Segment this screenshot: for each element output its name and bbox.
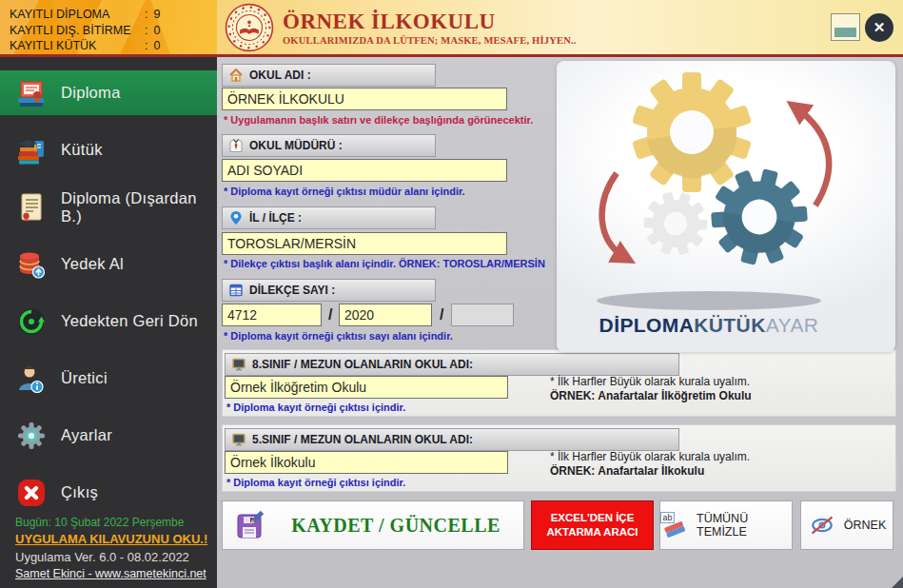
- okul-adi-label-bar: OKUL ADI :: [222, 64, 436, 87]
- stat-value: 9: [153, 7, 160, 23]
- app-version: Uygulama Ver. 6.0 - 08.02.2022: [15, 550, 213, 564]
- sinif5-note-rule: * İlk Harfler Büyük olarak kurala uyalım…: [550, 450, 750, 463]
- top-bar: KAYITLI DİPLOMA : 9 KAYITLI DIŞ. BİTİRME…: [0, 0, 903, 57]
- dilekce-year-input[interactable]: [339, 304, 432, 326]
- close-icon: ✕: [874, 19, 886, 36]
- stat-value: 0: [153, 38, 160, 54]
- manual-link[interactable]: UYGULAMA KILAVUZUNU OKU.!: [15, 532, 213, 546]
- okul-adi-helper: * Uygulamanın başlık satırı ve dilekçe b…: [224, 114, 533, 126]
- close-button[interactable]: ✕: [865, 13, 893, 42]
- sidebar-footer: Bugün: 10 Şubat 2022 Perşembe UYGULAMA K…: [15, 516, 213, 580]
- sidebar-menu: Diploma Kütük: [0, 57, 217, 515]
- excel-import-button[interactable]: EXCEL'DEN İÇE AKTARMA ARACI: [531, 500, 654, 550]
- page-subtitle: OKULLARIMIZDA DA LÜTFEN; MASKE, MESAFE, …: [283, 35, 577, 46]
- excel-button-line2: AKTARMA ARACI: [546, 525, 638, 539]
- dilekce-extra-input: [451, 304, 514, 326]
- dilekce-sayi-label: DİLEKÇE SAYI :: [249, 284, 335, 297]
- necktie-icon: [228, 138, 244, 153]
- kutuk-icon: [15, 134, 48, 167]
- sample-button-label: ÖRNEK: [844, 519, 886, 532]
- sidebar-item-yedek-al[interactable]: Yedek Al: [0, 242, 217, 286]
- sidebar-item-label: Diploma: [61, 84, 121, 102]
- save-button-label: KAYDET / GÜNCELLE: [268, 515, 523, 537]
- meb-seal-logo: [225, 3, 274, 52]
- sidebar-item-kutuk[interactable]: Kütük: [0, 127, 217, 172]
- sinif8-note-rule: * İlk Harfler Büyük olarak kurala uyalım…: [550, 375, 750, 388]
- sinif8-label: 8.SINIF / MEZUN OLANLARIN OKUL ADI:: [252, 358, 473, 371]
- minimize-icon: [834, 28, 856, 37]
- sinif5-label: 5.SINIF / MEZUN OLANLARIN OKUL ADI:: [252, 433, 473, 446]
- sidebar-item-diploma-disardan[interactable]: Diploma (Dışardan B.): [0, 185, 217, 229]
- save-button[interactable]: KAYDET / GÜNCELLE: [222, 500, 524, 550]
- header: ÖRNEK İLKOKULU OKULLARIMIZDA DA LÜTFEN; …: [217, 0, 903, 57]
- sample-button[interactable]: ÖRNEK: [800, 500, 893, 550]
- sidebar-item-label: Üretici: [61, 369, 108, 387]
- sidebar-item-cikis[interactable]: Çıkış: [0, 470, 217, 515]
- sinif5-helper: * Diploma kayıt örneği çıktısı içindir.: [226, 477, 405, 488]
- wordmark-kutuk: KÜTÜK: [694, 314, 766, 336]
- sidebar-item-ayarlar[interactable]: Ayarlar: [0, 413, 217, 458]
- table-icon: [228, 283, 244, 298]
- header-title-block: ÖRNEK İLKOKULU OKULLARIMIZDA DA LÜTFEN; …: [283, 10, 577, 46]
- sidebar-item-yedekten-geri-don[interactable]: Yedekten Geri Dön: [0, 299, 217, 343]
- stat-row-diploma: KAYITLI DİPLOMA : 9: [10, 7, 207, 23]
- slash-separator: /: [328, 306, 332, 323]
- record-stats-box: KAYITLI DİPLOMA : 9 KAYITLI DIŞ. BİTİRME…: [0, 0, 217, 57]
- okul-muduru-input[interactable]: [222, 159, 507, 182]
- sinif5-label-bar: 5.SINIF / MEZUN OLANLARIN OKUL ADI:: [225, 428, 679, 451]
- sidebar-item-label: Ayarlar: [61, 426, 112, 444]
- stat-separator: :: [145, 7, 147, 23]
- eraser-icon: ab: [660, 512, 689, 539]
- main-content: OKUL ADI : * Uygulamanın başlık satırı v…: [217, 57, 903, 588]
- sinif5-panel: 5.SINIF / MEZUN OLANLARIN OKUL ADI: * Di…: [222, 424, 896, 492]
- person-info-icon: [15, 363, 48, 395]
- wordmark-ayar: AYAR: [766, 314, 819, 336]
- il-ilce-label-bar: İL / İLÇE :: [222, 206, 436, 229]
- gear-icon: [15, 420, 48, 452]
- okul-adi-input[interactable]: [222, 88, 507, 110]
- sidebar-item-diploma[interactable]: Diploma: [0, 70, 217, 115]
- dilekce-sayi-helper: * Diploma kayıt örneği çıktısı sayı alan…: [224, 330, 453, 342]
- stat-row-dis-bitirme: KAYITLI DIŞ. BİTİRME : 0: [10, 23, 207, 39]
- il-ilce-label: İL / İLÇE :: [249, 211, 302, 225]
- today-date: Bugün: 10 Şubat 2022 Perşembe: [15, 516, 213, 529]
- sinif8-panel: 8.SINIF / MEZUN OLANLARIN OKUL ADI: * Di…: [222, 349, 896, 417]
- database-backup-icon: [15, 248, 48, 281]
- il-ilce-input[interactable]: [222, 232, 507, 255]
- clear-all-button[interactable]: ab TÜMÜNÜ TEMİZLE: [659, 500, 793, 550]
- sinif8-label-bar: 8.SINIF / MEZUN OLANLARIN OKUL ADI:: [225, 353, 679, 376]
- stat-label: KAYITLI DIŞ. BİTİRME: [10, 23, 145, 39]
- resize-grip[interactable]: [892, 577, 903, 588]
- okul-muduru-label: OKUL MÜDÜRÜ :: [249, 139, 343, 152]
- sidebar-item-label: Diploma (Dışardan B.): [61, 189, 217, 225]
- sidebar-item-label: Yedek Al: [61, 255, 124, 273]
- house-icon: [228, 68, 244, 83]
- app-window: KAYITLI DİPLOMA : 9 KAYITLI DIŞ. BİTİRME…: [0, 0, 903, 588]
- sinif8-input[interactable]: [225, 376, 508, 399]
- author-link[interactable]: Samet Ekinci - www.sametekinci.net: [15, 567, 213, 580]
- sinif8-note-example: ÖRNEK: Anafartalar İlköğretim Okulu: [550, 389, 752, 402]
- stat-separator: :: [145, 23, 147, 39]
- sidebar: Diploma Kütük: [0, 57, 217, 588]
- stat-label: KAYITLI KÜTÜK: [10, 38, 145, 54]
- dilekce-no-input[interactable]: [222, 304, 322, 326]
- okul-adi-label: OKUL ADI :: [249, 69, 311, 82]
- location-pin-icon: [228, 210, 244, 225]
- sidebar-item-label: Çıkış: [61, 483, 98, 501]
- diploma-icon: [15, 77, 48, 109]
- monitor-icon: [231, 357, 246, 372]
- minimize-button[interactable]: [831, 13, 860, 41]
- stat-value: 0: [153, 23, 160, 39]
- sidebar-item-label: Yedekten Geri Dön: [61, 312, 198, 330]
- ab-text: ab: [660, 512, 675, 523]
- stat-row-kutuk: KAYITLI KÜTÜK : 0: [10, 38, 207, 54]
- wordmark-diploma: DİPLOMA: [599, 314, 695, 336]
- page-title: ÖRNEK İLKOKULU: [283, 10, 577, 34]
- okul-muduru-helper: * Diploma kayıt örneği çıktısı müdür ala…: [224, 186, 465, 197]
- sinif5-input[interactable]: [225, 451, 508, 474]
- sidebar-item-uretici[interactable]: Üretici: [0, 356, 217, 401]
- sinif8-helper: * Diploma kayıt örneği çıktısı içindir.: [226, 402, 405, 413]
- exit-icon: [15, 477, 48, 509]
- certificate-document-icon: [15, 191, 48, 224]
- il-ilce-helper: * Dilekçe çıktısı başlık alanı içindir. …: [224, 258, 545, 269]
